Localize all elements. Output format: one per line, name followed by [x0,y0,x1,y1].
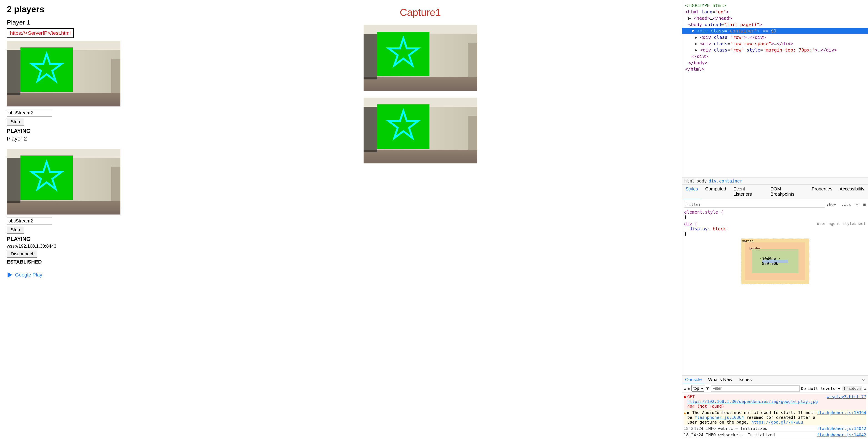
disconnect-button[interactable]: Disconnect [7,250,37,258]
stop-button-1[interactable]: Stop [7,118,24,126]
player1-section: Player 1 https://<ServerIP>/test.html St… [7,19,152,142]
box-border: border - padding - 1349 × 889.906 [745,242,805,280]
breadcrumb-html[interactable]: html [684,178,694,183]
console-gear-icon[interactable]: ⚙ [864,386,866,391]
google-play-link[interactable]: Google Play [7,272,152,278]
google-play-label: Google Play [15,272,42,278]
html-line-10: </html> [682,66,868,72]
html-line-9: </body> [682,60,868,66]
tab-styles[interactable]: Styles [682,184,702,199]
center-panel: Capture1 [159,0,682,439]
star-icon-1 [28,52,65,88]
html-line-2[interactable]: ▶ <head>…</head> [682,15,868,21]
console-filter-input[interactable] [711,385,800,392]
url-box: https://<ServerIP>/test.html [7,28,74,38]
html-line-4[interactable]: ▼ <div class="container"> == $0 [682,28,868,34]
tab-properties[interactable]: Properties [808,184,836,199]
css-rule-element: element.style { } [684,209,866,220]
green-overlay-1 [21,47,73,92]
established-label: ESTABLISHED [7,259,152,265]
info-source-1[interactable]: flashphoner.js:14042 [817,426,866,431]
info-text-1: 18:24:24 INFO webrtc – Initialized [684,426,815,431]
html-view: <!DOCTYPE html> <html lang="en"> ▶ <head… [682,0,868,177]
obs-input-2[interactable] [7,217,52,225]
console-stop-icon[interactable]: ⊗ [688,386,690,391]
warning-url[interactable]: https://goo.gl/7K7wLu [751,420,803,425]
error-source[interactable]: wcsplay3.html:77 [827,394,866,399]
console-toolbar: ⊘ ⊗ top 👁 Default levels ▼ 1 hidden ⚙ [682,384,868,393]
console-close-button[interactable]: ✕ [859,376,868,384]
warning-icon: ▲ [684,411,686,415]
box-content: 1349 × 889.906 [762,260,788,263]
console-tabs-row: Console What's New Issues ✕ [682,376,868,384]
filter-hints: :hov .cls + ⊡ [827,202,866,207]
html-line-5[interactable]: ▶ <div class="row">…</div> [682,34,868,40]
console-line-error: ● GET https://192.168.1.30/dependencies/… [684,394,866,409]
url-link[interactable]: https://<ServerIP>/test.html [10,30,71,36]
console-line-info-3: 18:24:24 INFO core – Initialized flashph… [684,438,866,439]
box-margin: margin border - padding - 1349 × 889.906 [741,239,809,284]
obs-input-1[interactable] [7,109,52,117]
console-content: ● GET https://192.168.1.30/dependencies/… [682,393,868,439]
tab-accessibility[interactable]: Accessibility [836,184,868,199]
devtools-tabs: Styles Computed Event Listeners DOM Brea… [682,184,868,199]
tab-event-listeners[interactable]: Event Listeners [730,184,767,199]
devtools-panel: <!DOCTYPE html> <html lang="en"> ▶ <head… [682,0,868,439]
svg-marker-3 [389,111,418,138]
console-tab-whatsnew[interactable]: What's New [705,376,735,384]
capture-star-2 [385,108,422,145]
box-content-value: 1349 × 889.906 [762,257,788,266]
green-overlay-2 [21,156,73,200]
capture-video-1 [364,25,477,91]
player1-video [7,41,120,106]
html-line-6[interactable]: ▶ <div class="row row-space">…</div> [682,40,868,47]
breadcrumb-container[interactable]: div.container [709,178,743,183]
wss-label: wss://192.168.1.30:8443 [7,243,152,249]
capture-green-overlay-1 [377,32,430,76]
error-url-link[interactable]: https://192.168.1.30/dependencies/img/go… [687,399,818,404]
console-hidden-badge: 1 hidden [842,386,862,391]
error-text: GET https://192.168.1.30/dependencies/im… [687,394,826,409]
filter-row: :hov .cls + ⊡ [684,201,866,208]
svg-marker-0 [32,54,61,81]
styles-panel: :hov .cls + ⊡ element.style { } div { us… [682,199,868,375]
console-context-select[interactable]: top [691,385,704,392]
console-line-info-1: 18:24:24 INFO webrtc – Initialized flash… [684,426,866,432]
warning-text: ▶ The AudioContext was not allowed to st… [687,410,816,425]
stop-button-2[interactable]: Stop [7,226,24,234]
html-line-0: <!DOCTYPE html> [682,2,868,9]
capture-title: Capture1 [400,7,441,18]
playing-label-2: PLAYING [7,236,152,242]
info-source-2[interactable]: flashphoner.js:14042 [817,432,866,437]
warning-link[interactable]: flashphoner.js:10364 [694,415,744,420]
console-tab-issues[interactable]: Issues [735,376,755,384]
warning-source[interactable]: flashphoner.js:10364 [817,410,866,415]
styles-filter-input[interactable] [684,201,825,208]
console-line-info-2: 18:24:24 INFO websocket – Initialized fl… [684,432,866,438]
console-clear-icon[interactable]: ⊘ [684,386,686,391]
html-line-3[interactable]: <body onload="init_page()"> [682,21,868,28]
tab-dom-breakpoints[interactable]: DOM Breakpoints [767,184,808,199]
html-line-8: </div> [682,53,868,60]
left-panel: 2 players Player 1 https://<ServerIP>/te… [0,0,159,439]
star-icon-2 [28,160,65,196]
player2-video [7,149,120,214]
box-model: margin border - padding - 1349 × 889.906 [741,239,809,284]
console-line-warning: ▲ ▶ The AudioContext was not allowed to … [684,409,866,426]
console-panel: Console What's New Issues ✕ ⊘ ⊗ top 👁 De… [682,375,868,439]
tab-computed[interactable]: Computed [702,184,730,199]
box-padding: - padding - 1349 × 889.906 [752,249,799,273]
css-rule-div: div { user agent stylesheet display: blo… [684,221,866,236]
error-icon: ● [684,395,686,399]
google-play-icon [7,272,13,278]
svg-marker-1 [32,162,61,189]
console-eye-icon[interactable]: 👁 [706,386,710,391]
breadcrumb: html body div.container [682,177,868,184]
svg-marker-2 [389,38,418,65]
console-levels-select[interactable]: Default levels ▼ [801,386,840,391]
breadcrumb-body[interactable]: body [696,178,707,183]
html-line-7[interactable]: ▶ <div class="row" style="margin-top: 70… [682,47,868,53]
player2-section: Stop PLAYING wss://192.168.1.30:8443 Dis… [7,149,152,265]
html-line-1[interactable]: <html lang="en"> [682,9,868,15]
console-tab-console[interactable]: Console [682,376,705,384]
